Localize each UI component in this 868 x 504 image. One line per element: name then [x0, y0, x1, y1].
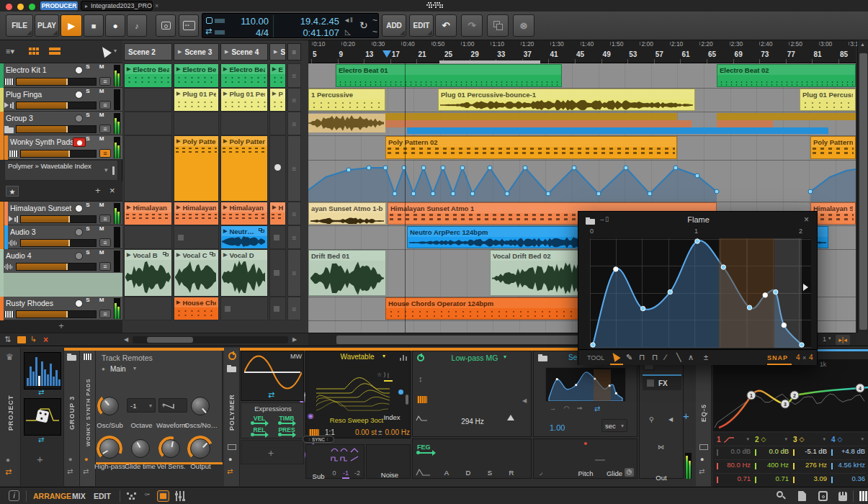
- edit-menu-button[interactable]: EDIT: [409, 14, 434, 37]
- pointer-caret-icon[interactable]: ▾: [114, 48, 120, 56]
- power-dot-icon[interactable]: ●: [68, 456, 76, 463]
- eq-q-value[interactable]: 0.71: [757, 474, 789, 484]
- track-stop-cell[interactable]: ≡: [287, 202, 301, 225]
- track-menu-button[interactable]: ≡: [99, 310, 111, 318]
- eq-hz-value[interactable]: 80.0 Hz: [719, 461, 751, 470]
- flame-grid[interactable]: [590, 238, 811, 348]
- arranger-record-icon[interactable]: [206, 17, 212, 24]
- snap-label[interactable]: SNAP: [767, 354, 792, 363]
- play-menu-button[interactable]: PLAY: [35, 14, 59, 37]
- volume-fader[interactable]: [16, 102, 97, 109]
- clip-play-icon[interactable]: ▶: [127, 204, 130, 210]
- arranger-clip[interactable]: Plug 01 Percussive: [800, 89, 856, 111]
- record-button[interactable]: ●: [105, 14, 125, 37]
- solo-button[interactable]: S: [87, 204, 89, 205]
- track-row[interactable]: Wonky Synth PadsSM≡: [0, 135, 122, 160]
- launcher-clip[interactable]: ▶Electro Bea…: [221, 64, 267, 87]
- step2-tool-icon[interactable]: ⊓: [652, 353, 662, 363]
- mod-routing-icon[interactable]: ⇄: [699, 467, 707, 476]
- power-icon[interactable]: [228, 352, 236, 360]
- scene-play-icon[interactable]: ▶: [225, 49, 228, 55]
- semitone-value[interactable]: 0.00 st: [345, 428, 377, 437]
- volume-fader[interactable]: [16, 263, 97, 271]
- track-name[interactable]: Group 3: [6, 114, 72, 123]
- clip-play-icon[interactable]: ▶: [272, 91, 276, 96]
- eq-db-value[interactable]: +4.8 dB: [833, 447, 865, 456]
- clip-play-icon[interactable]: ▶: [272, 66, 276, 72]
- mod-routing-icon[interactable]: ⇄: [67, 467, 76, 476]
- clip-play-icon[interactable]: ▶: [272, 204, 276, 210]
- track-row[interactable]: Audio 3SM≡: [0, 225, 122, 249]
- launcher-clip[interactable]: ▶Vocal C: [174, 250, 218, 296]
- glide-clock-badge[interactable]: ◷: [625, 468, 634, 477]
- eq-db-value[interactable]: 0.0 dB: [757, 447, 789, 456]
- dice-thumb[interactable]: [24, 398, 61, 436]
- clip-slot[interactable]: [124, 88, 172, 112]
- flame-close-icon[interactable]: ×: [804, 215, 814, 225]
- waveform-select[interactable]: ▾: [158, 398, 187, 413]
- stop-button[interactable]: ■: [84, 14, 104, 37]
- device-selector[interactable]: Polymer » Wavetable Index▾: [4, 160, 118, 181]
- polymer-device-tab[interactable]: POLYMER●⇄: [224, 348, 240, 486]
- volume-fader[interactable]: [16, 310, 97, 318]
- fader-handle[interactable]: [68, 150, 70, 157]
- arm-button[interactable]: [75, 228, 83, 236]
- ramp-up-tool-icon[interactable]: ∕: [665, 353, 674, 363]
- glide-time-knob[interactable]: [131, 439, 150, 458]
- track-name[interactable]: Rusty Rhodes: [6, 299, 72, 308]
- device-window-icon[interactable]: [699, 444, 708, 450]
- grid-view-icon[interactable]: [29, 48, 39, 55]
- launcher-clip[interactable]: ▶Himalayan …: [221, 202, 267, 225]
- clip-play-icon[interactable]: ▶: [176, 66, 180, 72]
- pin-icon[interactable]: [112, 166, 115, 175]
- mute-button[interactable]: M: [101, 251, 102, 253]
- swing-up-icon[interactable]: ~: [372, 15, 380, 24]
- clip-slot[interactable]: [124, 112, 172, 135]
- clip-play-icon[interactable]: ▶: [223, 66, 227, 72]
- track-name[interactable]: Himalayan Sunset: [10, 204, 76, 213]
- tempo-value[interactable]: 110.00: [228, 16, 269, 26]
- step-tool-icon[interactable]: ⊓: [639, 353, 649, 363]
- mod-mode-active-icon[interactable]: ⇄: [594, 405, 604, 413]
- track-menu-button[interactable]: ≡: [99, 125, 111, 133]
- mute-button[interactable]: M: [101, 204, 102, 205]
- solo-button[interactable]: S: [87, 299, 89, 300]
- automation-icon[interactable]: ♂: [140, 488, 155, 503]
- high-pass-knob[interactable]: [99, 438, 120, 459]
- play-button[interactable]: ▶: [61, 14, 82, 37]
- track-row[interactable]: Rusty RhodesSM≡: [0, 297, 122, 320]
- undo-button[interactable]: ↶: [435, 14, 457, 37]
- flame-panel[interactable]: →▯Flame×012TOOL✎⊓⊓∕╲∧±SNAP4×4: [578, 211, 818, 365]
- info-button[interactable]: i: [9, 490, 19, 501]
- snap-y-value[interactable]: 4: [809, 354, 815, 362]
- vscroll-thumb[interactable]: [859, 53, 867, 330]
- mute-button[interactable]: M: [101, 299, 102, 300]
- track-name[interactable]: Plug Finga: [6, 90, 72, 99]
- track-stop-cell[interactable]: ≡: [287, 88, 301, 112]
- output-knob[interactable]: [190, 438, 210, 459]
- track-stop-cell[interactable]: ≡: [287, 297, 301, 320]
- swirl-icon[interactable]: ◉: [308, 412, 316, 420]
- octave-select[interactable]: -1▾: [127, 398, 156, 413]
- delete-button[interactable]: ⊗: [513, 14, 534, 37]
- display-profile-button[interactable]: ▪▪: [179, 14, 199, 37]
- filter-left-caret[interactable]: ◀: [522, 397, 529, 406]
- meter-value[interactable]: 4/4: [228, 27, 269, 37]
- traffic-min-button[interactable]: [17, 4, 24, 10]
- cutoff-value[interactable]: 294 Hz: [455, 418, 491, 426]
- slot-record-dot[interactable]: [274, 164, 281, 171]
- touch-icon[interactable]: [838, 492, 847, 501]
- group-device-tab[interactable]: GROUP 3●⇄: [64, 348, 80, 486]
- arranger-clip[interactable]: 1 Percussive: [308, 89, 385, 111]
- launcher-clip[interactable]: ▶Poly Patter…: [221, 136, 267, 201]
- track-row[interactable]: Plug FingaSM≡: [0, 88, 122, 112]
- track-menu-button[interactable]: ≡: [99, 149, 111, 158]
- track-menu-button[interactable]: ≡: [99, 238, 111, 247]
- mute-button[interactable]: M: [101, 228, 102, 229]
- eq-hz-value[interactable]: 400 Hz: [757, 461, 789, 470]
- arm-button[interactable]: [73, 138, 86, 147]
- filter-updown-icon[interactable]: ↕: [419, 374, 426, 383]
- track-name[interactable]: Audio 3: [10, 228, 76, 237]
- device-selector-caret-icon[interactable]: ▾: [104, 166, 110, 175]
- mute-button[interactable]: M: [101, 138, 102, 139]
